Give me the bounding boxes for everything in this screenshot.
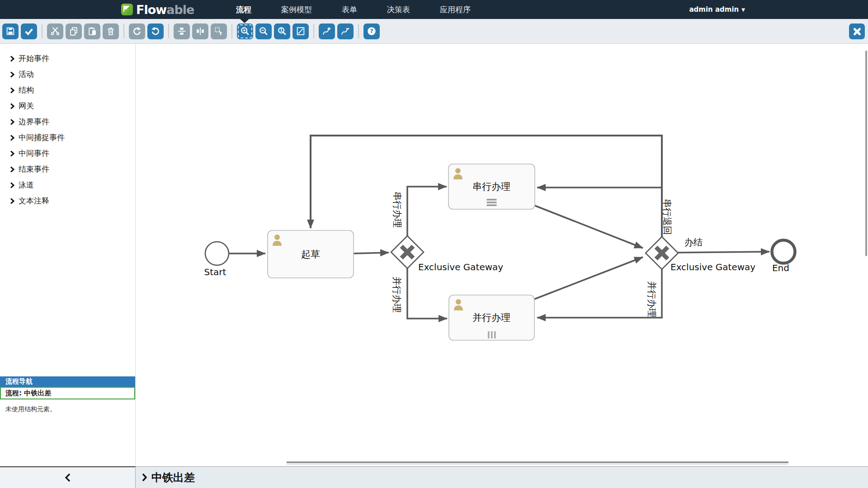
zoom-out-button[interactable]: [255, 23, 272, 39]
brand-text: Flow: [136, 3, 166, 17]
user-task-serial[interactable]: 串行办理: [448, 164, 535, 209]
chevron-right-icon: [10, 182, 14, 188]
palette-group-label: 结束事件: [19, 164, 49, 174]
cut-button[interactable]: [47, 23, 63, 39]
palette-list: 开始事件 活动 结构 网关 边界事件 中间捕捉事件 中间事件 结束事件 泳道 文…: [0, 44, 135, 209]
add-bendpoint-button[interactable]: [319, 23, 335, 39]
flowable-logo: Flowable: [121, 0, 194, 19]
toolbar-separator: [168, 24, 169, 38]
same-size-button[interactable]: [211, 23, 227, 39]
flow-gateway2-to-end[interactable]: [678, 252, 769, 253]
chevron-right-icon: [142, 473, 147, 482]
start-event-label: Start: [204, 267, 226, 277]
nav-item-case-models[interactable]: 案例模型: [281, 5, 312, 15]
zoom-in-button[interactable]: [237, 23, 253, 39]
help-button[interactable]: ?: [363, 23, 380, 39]
sequential-multi-instance-icon: [487, 199, 497, 206]
zoom-actual-button[interactable]: 1: [274, 23, 290, 39]
flow-gateway1-to-serial[interactable]: [407, 187, 447, 236]
active-tab-notch: [240, 19, 249, 23]
palette-group-gateways[interactable]: 网关: [0, 98, 135, 114]
bpmn-diagram: Start 起草 Exclusive Gateway 串行办理: [136, 44, 868, 466]
flow-qicao-to-gateway1[interactable]: [354, 253, 389, 253]
chevron-right-icon: [10, 119, 14, 125]
undo-button[interactable]: [147, 23, 164, 39]
align-horizontal-button[interactable]: [192, 23, 208, 39]
palette-group-label: 边界事件: [19, 117, 49, 127]
gateway2-label: Exclusive Gateway: [670, 262, 755, 272]
process-navigator-selected-item[interactable]: 流程: 中铁出差: [0, 387, 135, 399]
flow-gateway2-return-to-parallel[interactable]: [537, 269, 662, 318]
gateway1-label: Exclusive Gateway: [418, 262, 503, 272]
paste-button[interactable]: [84, 23, 100, 39]
task-label: 起草: [301, 249, 320, 260]
bpmn-canvas[interactable]: Start 起草 Exclusive Gateway 串行办理: [136, 44, 868, 466]
validate-button[interactable]: [21, 23, 37, 39]
chevron-right-icon: [10, 71, 14, 78]
parallel-multi-instance-icon: [488, 331, 496, 338]
align-vertical-button[interactable]: [174, 23, 190, 39]
top-navbar: Flowable 流程 案例模型 表单 决策表 应用程序 admin admin…: [0, 0, 868, 19]
process-navigator-panel: 流程导航 流程: 中铁出差 未使用结构元素。: [0, 376, 135, 413]
flow-gateway1-to-parallel[interactable]: [407, 268, 447, 319]
bottom-bar: 中铁出差: [0, 466, 868, 488]
palette-group-structural[interactable]: 结构: [0, 82, 135, 98]
svg-text:?: ?: [370, 28, 373, 34]
flowable-logo-icon: [121, 4, 133, 15]
task-label: 并行办理: [472, 312, 510, 323]
palette-group-end-events[interactable]: 结束事件: [0, 161, 135, 177]
remove-bendpoint-button[interactable]: [337, 23, 354, 39]
end-event-label: End: [772, 263, 789, 273]
palette-group-activities[interactable]: 活动: [0, 66, 135, 82]
nav-item-forms[interactable]: 表单: [342, 5, 357, 15]
nav-item-processes[interactable]: 流程: [236, 5, 251, 15]
task-label: 串行办理: [472, 181, 510, 192]
nav-item-apps[interactable]: 应用程序: [440, 5, 471, 15]
toolbar-separator: [123, 24, 124, 38]
start-event[interactable]: [205, 242, 229, 265]
save-button[interactable]: [2, 23, 19, 39]
end-event[interactable]: [772, 240, 795, 263]
chevron-right-icon: [10, 87, 14, 94]
palette-group-text-annotation[interactable]: 文本注释: [0, 193, 135, 209]
palette-group-label: 网关: [19, 101, 34, 111]
chevron-left-icon: [65, 473, 71, 482]
nav-item-decision-tables[interactable]: 决策表: [387, 5, 410, 15]
process-navigator-note: 未使用结构元素。: [0, 405, 135, 413]
palette-group-start-events[interactable]: 开始事件: [0, 51, 135, 66]
toolbar-separator: [42, 24, 42, 38]
copy-button[interactable]: [66, 23, 82, 39]
user-name: admin admin: [689, 5, 739, 14]
close-icon: [852, 27, 862, 37]
main-menu: 流程 案例模型 表单 决策表 应用程序: [236, 0, 471, 19]
palette-group-boundary-events[interactable]: 边界事件: [0, 114, 135, 130]
breadcrumb: 中铁出差: [136, 466, 868, 488]
editor-toolbar: 1 ?: [0, 19, 868, 44]
flow-parallel-to-gateway2[interactable]: [534, 257, 643, 299]
palette-group-intermediate-events[interactable]: 中间事件: [0, 145, 135, 161]
process-name[interactable]: 中铁出差: [151, 470, 195, 485]
vertical-scrollbar[interactable]: [865, 51, 867, 256]
flow-serial-to-gateway2[interactable]: [535, 206, 643, 248]
user-menu[interactable]: admin admin ▼: [689, 0, 745, 19]
close-editor-button[interactable]: [849, 23, 865, 39]
collapse-sidebar-button[interactable]: [0, 466, 136, 488]
delete-button[interactable]: [103, 23, 119, 39]
chevron-right-icon: [10, 150, 14, 157]
process-navigator-header: 流程导航: [0, 376, 135, 387]
palette-group-swimlanes[interactable]: 泳道: [0, 177, 135, 193]
user-task-qicao[interactable]: 起草: [268, 230, 354, 278]
redo-button[interactable]: [129, 23, 145, 39]
chevron-right-icon: [10, 198, 14, 204]
palette-group-label: 泳道: [19, 180, 34, 190]
user-task-parallel[interactable]: 并行办理: [449, 295, 534, 340]
palette-group-label: 活动: [19, 69, 34, 80]
svg-text:1: 1: [280, 28, 283, 33]
toolbar-separator: [313, 24, 314, 38]
zoom-fit-button[interactable]: [292, 23, 309, 39]
palette-group-intermediate-catching-events[interactable]: 中间捕捉事件: [0, 130, 135, 145]
palette-group-label: 中间捕捉事件: [19, 132, 65, 143]
toolbar-separator: [231, 24, 232, 38]
chevron-down-icon: ▼: [741, 7, 745, 12]
chevron-right-icon: [10, 166, 14, 173]
